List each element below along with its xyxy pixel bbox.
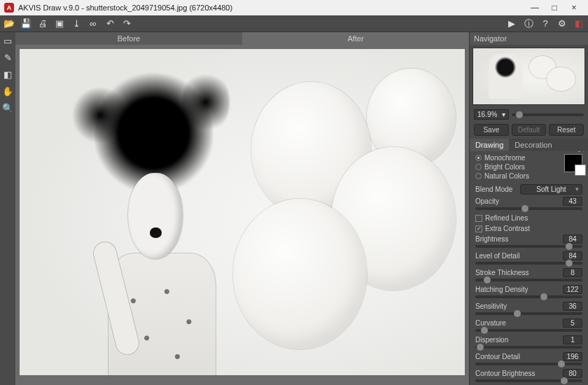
batch-icon[interactable]: ▣ — [53, 18, 66, 30]
dispersion-slider[interactable] — [475, 346, 582, 349]
subtab-decoration[interactable]: Decoration — [509, 139, 557, 151]
canvas-area: Before After — [15, 32, 469, 385]
parameters-panel: Monochrome Bright Colors Natural Colors … — [470, 151, 588, 385]
contour-brightness-slider[interactable] — [475, 379, 582, 382]
default-button[interactable]: Default — [512, 124, 547, 136]
minimize-button[interactable]: — — [525, 3, 545, 13]
blend-mode-select[interactable]: Soft Light — [520, 184, 582, 195]
open-icon[interactable]: 📂 — [3, 18, 15, 30]
zoom-slider[interactable] — [512, 113, 584, 116]
maximize-button[interactable]: □ — [545, 3, 564, 13]
sensitivity-slider[interactable] — [475, 312, 582, 315]
color-swatch[interactable] — [564, 154, 582, 172]
curvature-slider[interactable] — [475, 329, 582, 332]
radio-bright-colors[interactable]: Bright Colors — [475, 163, 529, 171]
param-level-of-detail: Level of Detail84 — [470, 251, 588, 267]
canvas[interactable] — [15, 45, 469, 379]
share-icon[interactable]: ∞ — [87, 18, 99, 30]
eraser-tool-icon[interactable]: ◧ — [2, 69, 13, 80]
settings-icon[interactable]: ⚙ — [556, 18, 568, 30]
top-toolbar: 📂 💾 🖨 ▣ ⤓ ∞ ↶ ↷ ▶ ⓘ ? ⚙ ◧ — [0, 15, 588, 32]
navigator-thumbnail[interactable] — [472, 48, 585, 105]
radio-monochrome[interactable]: Monochrome — [475, 154, 529, 162]
close-button[interactable]: × — [564, 3, 584, 13]
export-icon[interactable]: ⤓ — [70, 18, 83, 30]
app-logo: A — [4, 3, 14, 13]
canvas-footer — [15, 379, 469, 385]
param-stroke-thickness: Stroke Thickness8 — [470, 267, 588, 284]
param-curvature: Curvature5 — [470, 318, 588, 335]
param-dispersion: Dispersion1 — [470, 335, 588, 351]
checkbox-refined-lines[interactable]: Refined Lines — [470, 213, 588, 223]
hand-tool-icon[interactable]: ✋ — [2, 85, 13, 97]
save-icon[interactable]: 💾 — [20, 18, 32, 30]
pointer-tool-icon[interactable]: ▭ — [2, 35, 13, 46]
view-tabs: Before After — [15, 32, 469, 45]
redo-icon[interactable]: ↷ — [120, 18, 133, 30]
left-toolbar: ▭ ✎ ◧ ✋ 🔍 — [0, 32, 15, 385]
param-contour-brightness: Contour Brightness80 — [470, 368, 588, 385]
contour-detail-slider[interactable] — [475, 363, 582, 365]
notify-icon[interactable]: ◧ — [573, 18, 585, 30]
subtab-drawing[interactable]: Drawing — [470, 139, 509, 151]
param-opacity: Opacity43 — [470, 196, 588, 213]
reset-button[interactable]: Reset — [549, 124, 584, 136]
checkbox-extra-contrast[interactable]: ✓Extra Contrast — [470, 223, 588, 234]
tab-after[interactable]: After — [242, 32, 469, 45]
opacity-slider[interactable] — [475, 207, 582, 210]
help-icon[interactable]: ? — [539, 18, 552, 30]
undo-icon[interactable]: ↶ — [104, 18, 116, 30]
stroke-thickness-slider[interactable] — [475, 279, 582, 281]
radio-natural-colors[interactable]: Natural Colors — [475, 172, 529, 180]
param-hatching-density: Hatching Density122 — [470, 284, 588, 301]
param-sensitivity: Sensitivity36 — [470, 301, 588, 318]
zoom-tool-icon[interactable]: 🔍 — [2, 102, 13, 113]
info-icon[interactable]: ⓘ — [522, 18, 535, 30]
zoom-value[interactable]: 16.9%▾ — [474, 109, 509, 120]
tab-before[interactable]: Before — [15, 32, 242, 45]
right-panel: Navigator 16.9%▾ Save Default Reset Draw… — [469, 32, 588, 385]
window-title: AKVIS Draw v.9.0 - shutterstock_20497190… — [18, 4, 525, 12]
hatching-density-slider[interactable] — [475, 295, 582, 298]
titlebar: A AKVIS Draw v.9.0 - shutterstock_204971… — [0, 0, 588, 15]
param-brightness: Brightness84 — [470, 234, 588, 251]
run-icon[interactable]: ▶ — [505, 18, 518, 30]
level-of-detail-slider[interactable] — [475, 262, 582, 265]
chevron-down-icon: ▾ — [502, 111, 505, 118]
blend-mode-label: Blend Mode — [475, 186, 516, 193]
brightness-slider[interactable] — [475, 245, 582, 248]
save-preset-button[interactable]: Save — [474, 124, 509, 136]
navigator-header: Navigator — [470, 32, 588, 45]
brush-tool-icon[interactable]: ✎ — [2, 52, 13, 63]
print-icon[interactable]: 🖨 — [36, 18, 49, 30]
param-contour-detail: Contour Detail196 — [470, 351, 588, 368]
preview-image — [20, 49, 465, 375]
